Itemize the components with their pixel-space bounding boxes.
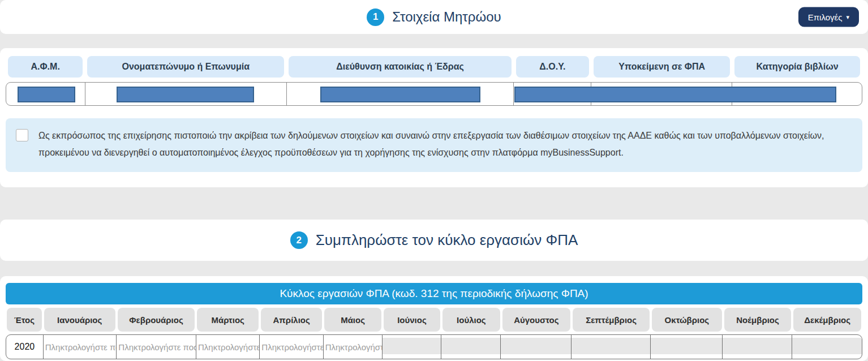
redacted-value-name bbox=[117, 87, 254, 102]
vat-header-april: Απρίλιος bbox=[261, 308, 322, 332]
input-december-disabled bbox=[792, 338, 862, 354]
redacted-value-afm bbox=[18, 87, 76, 102]
consent-box: Ως εκπρόσωπος της επιχείρησης πιστοποιώ … bbox=[6, 118, 862, 172]
vat-cell-october bbox=[651, 335, 723, 359]
step2-badge: 2 bbox=[290, 231, 308, 249]
input-november-disabled bbox=[723, 338, 791, 354]
vat-cell-march bbox=[196, 335, 260, 359]
vat-year-cell: 2020 bbox=[6, 335, 44, 359]
vat-header-march: Μάρτιος bbox=[197, 308, 258, 332]
section1-title: Στοιχεία Μητρώου bbox=[392, 9, 501, 25]
redacted-value-address bbox=[320, 87, 480, 102]
vat-header-january: Ιανουάριος bbox=[44, 308, 115, 332]
caret-down-icon: ▾ bbox=[846, 14, 849, 20]
input-july-disabled bbox=[441, 338, 500, 354]
registry-header-address: Διεύθυνση κατοικίας ή Έδρας bbox=[289, 56, 512, 78]
input-june-disabled bbox=[383, 338, 441, 354]
section2-title: Συμπληρώστε τον κύκλο εργασιών ΦΠΑ bbox=[316, 231, 578, 249]
input-october-disabled bbox=[651, 338, 723, 354]
registry-data-row bbox=[6, 82, 862, 106]
vat-header-june: Ιούνιος bbox=[384, 308, 440, 332]
registry-header-book-category: Κατηγορία βιβλίων bbox=[734, 56, 860, 78]
vat-header-july: Ιούλιος bbox=[442, 308, 500, 332]
options-button[interactable]: Επιλογές ▾ bbox=[798, 7, 859, 27]
vat-cell-september bbox=[571, 335, 651, 359]
vat-cell-july bbox=[441, 335, 501, 359]
step1-badge: 1 bbox=[367, 8, 384, 26]
vat-cell-may bbox=[324, 335, 383, 359]
vat-header-row: Έτος Ιανουάριος Φεβρουάριος Μάρτιος Απρί… bbox=[6, 308, 862, 332]
consent-text: Ως εκπρόσωπος της επιχείρησης πιστοποιώ … bbox=[38, 127, 831, 162]
vat-header-december: Δεκέμβριος bbox=[793, 308, 861, 332]
vat-cell-november bbox=[723, 335, 792, 359]
registry-header-vat-subject: Υποκείμενη σε ΦΠΑ bbox=[594, 56, 730, 78]
vat-header-february: Φεβρουάριος bbox=[118, 308, 195, 332]
input-march[interactable] bbox=[196, 335, 259, 359]
input-september-disabled bbox=[571, 338, 650, 354]
vat-header-october: Οκτώβριος bbox=[652, 308, 722, 332]
section1-header-panel: 1 Στοιχεία Μητρώου Επιλογές ▾ bbox=[0, 0, 868, 34]
registry-header-row: Α.Φ.Μ. Ονοματεπώνυμο ή Επωνυμία Διεύθυνσ… bbox=[6, 56, 862, 78]
vat-header-november: Νοέμβριος bbox=[724, 308, 792, 332]
consent-checkbox[interactable] bbox=[16, 129, 28, 141]
registry-header-doy: Δ.Ο.Υ. bbox=[516, 56, 589, 78]
input-april[interactable] bbox=[260, 335, 323, 359]
vat-cell-february bbox=[117, 335, 196, 359]
input-august-disabled bbox=[501, 338, 570, 354]
vat-header-august: Αύγουστος bbox=[502, 308, 571, 332]
vat-cell-august bbox=[501, 335, 571, 359]
redacted-value-doy-vat-books bbox=[514, 87, 836, 102]
input-may[interactable] bbox=[324, 335, 382, 359]
vat-cell-december bbox=[792, 335, 862, 359]
vat-cell-january bbox=[44, 335, 117, 359]
vat-cell-april bbox=[260, 335, 323, 359]
vat-banner: Κύκλος εργασιών ΦΠΑ (κωδ. 312 της περιοδ… bbox=[6, 283, 862, 304]
input-february[interactable] bbox=[117, 335, 196, 359]
vat-data-row: 2020 bbox=[6, 334, 862, 359]
vat-header-may: Μάιος bbox=[324, 308, 381, 332]
registry-panel: Α.Φ.Μ. Ονοματεπώνυμο ή Επωνυμία Διεύθυνσ… bbox=[0, 48, 868, 187]
input-january[interactable] bbox=[44, 335, 117, 359]
vat-header-september: Σεπτέμβριος bbox=[573, 308, 650, 332]
registry-header-afm: Α.Φ.Μ. bbox=[8, 56, 83, 78]
vat-panel: Κύκλος εργασιών ΦΠΑ (κωδ. 312 της περιοδ… bbox=[0, 276, 868, 361]
section2-header-panel: 2 Συμπληρώστε τον κύκλο εργασιών ΦΠΑ bbox=[0, 220, 868, 261]
registry-header-name: Ονοματεπώνυμο ή Επωνυμία bbox=[87, 56, 284, 78]
vat-header-year: Έτος bbox=[7, 308, 42, 332]
vat-cell-june bbox=[383, 335, 441, 359]
options-button-label: Επιλογές bbox=[808, 12, 843, 22]
